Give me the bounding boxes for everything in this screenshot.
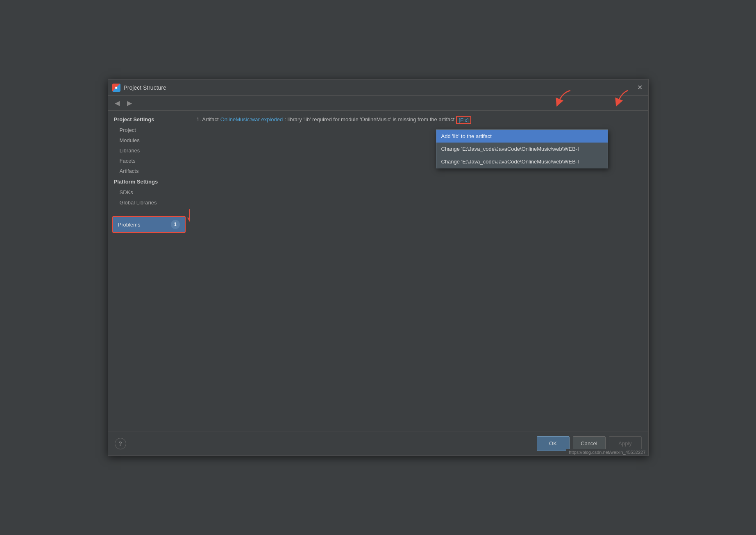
main-content: Project Settings Project Modules Librari… (108, 111, 648, 431)
url-bar: https://blog.csdn.net/weixin_45532227 (566, 449, 648, 456)
problems-button[interactable]: Problems 1 (112, 216, 186, 233)
content-panel: 1. Artifact OnlineMusic:war exploded : l… (190, 111, 648, 431)
window-title: Project Structure (124, 84, 166, 91)
annotation-arrow-1 (550, 88, 574, 109)
back-button[interactable]: ◀ (112, 98, 122, 108)
platform-settings-header: Platform Settings (108, 176, 190, 187)
problems-label: Problems (118, 222, 141, 228)
forward-button[interactable]: ▶ (125, 98, 134, 108)
error-text: : library 'lib' required for module 'Onl… (284, 116, 454, 122)
title-bar: ■ Project Structure ✕ (108, 79, 648, 96)
annotation-arrow-2 (607, 88, 632, 109)
artifact-link[interactable]: OnlineMusic:war exploded (220, 116, 283, 122)
sidebar-item-project[interactable]: Project (108, 125, 190, 135)
sidebar-item-global-libraries[interactable]: Global Libraries (108, 197, 190, 208)
sidebar: Project Settings Project Modules Librari… (108, 111, 190, 431)
project-settings-header: Project Settings (108, 114, 190, 125)
bottom-left: ? (115, 438, 126, 449)
ok-button[interactable]: OK (537, 436, 570, 451)
sidebar-item-facets[interactable]: Facets (108, 156, 190, 166)
dropdown-item-1[interactable]: Change 'E:\Java_code\JavaCode\OnlineMusi… (436, 143, 608, 155)
problems-badge: 1 (171, 220, 180, 229)
sidebar-item-artifacts[interactable]: Artifacts (108, 166, 190, 176)
error-row: 1. Artifact OnlineMusic:war exploded : l… (197, 116, 642, 124)
help-button[interactable]: ? (115, 438, 126, 449)
project-structure-window: ■ Project Structure ✕ ◀ ▶ (108, 79, 649, 456)
fix-dropdown: Add 'lib' to the artifact Change 'E:\Jav… (436, 129, 608, 168)
sidebar-item-modules[interactable]: Modules (108, 135, 190, 145)
sidebar-item-sdks[interactable]: SDKs (108, 187, 190, 197)
sidebar-item-libraries[interactable]: Libraries (108, 145, 190, 156)
fix-link[interactable]: [Fix] (456, 116, 471, 124)
app-icon: ■ (112, 84, 120, 92)
error-number: 1. Artifact (197, 116, 219, 122)
title-left: ■ Project Structure (112, 84, 166, 92)
dropdown-item-2[interactable]: Change 'E:\Java_code\JavaCode\OnlineMusi… (436, 155, 608, 168)
close-button[interactable]: ✕ (636, 84, 644, 92)
dropdown-item-0[interactable]: Add 'lib' to the artifact (436, 130, 608, 143)
